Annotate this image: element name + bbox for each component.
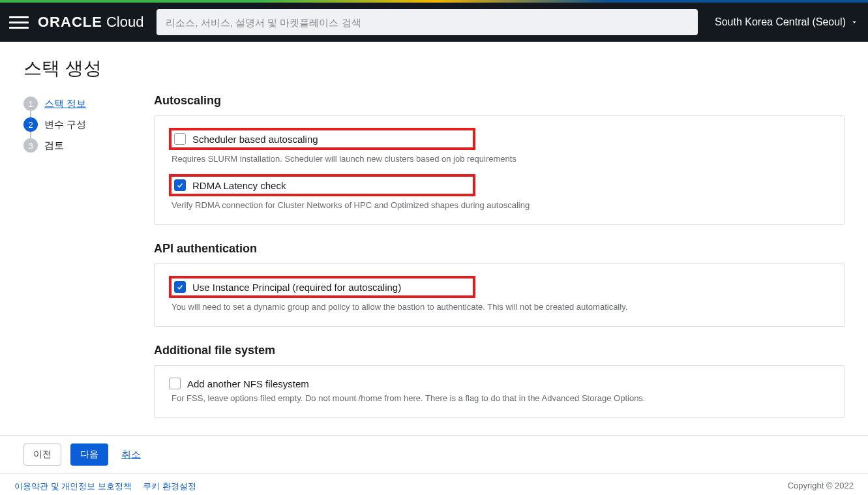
content: Autoscaling Scheduler based autoscaling … xyxy=(154,94,845,435)
section-title-additional-fs: Additional file system xyxy=(154,344,845,357)
check-icon xyxy=(176,283,184,291)
option-add-nfs: Add another NFS filesystem For FSS, leav… xyxy=(169,378,830,403)
logo-oracle: ORACLE xyxy=(38,14,102,31)
search-input[interactable] xyxy=(157,9,698,35)
footer-links: 이용약관 및 개인정보 보호정책 쿠키 환경설정 xyxy=(14,481,205,492)
step-connector xyxy=(30,132,31,138)
previous-button[interactable]: 이전 xyxy=(23,443,61,466)
hamburger-menu-icon[interactable] xyxy=(9,12,29,32)
highlight-box: Use Instance Principal (required for aut… xyxy=(169,276,475,298)
step-label: 변수 구성 xyxy=(44,119,86,131)
panel-additional-fs: Add another NFS filesystem For FSS, leav… xyxy=(154,365,845,418)
checkbox-instance-principal[interactable] xyxy=(174,281,186,293)
wizard-buttons: 이전 다음 취소 xyxy=(0,435,868,473)
cookies-link[interactable]: 쿠키 환경설정 xyxy=(143,481,196,491)
step-number: 2 xyxy=(23,117,38,132)
option-label: RDMA Latency check xyxy=(192,180,286,191)
wizard-steps: 1 스택 정보 2 변수 구성 3 검토 xyxy=(23,94,128,435)
step-stack-info[interactable]: 1 스택 정보 xyxy=(23,97,128,111)
option-rdma-latency: RDMA Latency check Verify RDMA connectio… xyxy=(169,174,830,210)
step-label: 스택 정보 xyxy=(44,98,86,110)
section-title-autoscaling: Autoscaling xyxy=(154,94,845,108)
next-button[interactable]: 다음 xyxy=(70,443,108,466)
logo-cloud: Cloud xyxy=(106,14,143,31)
chevron-down-icon xyxy=(850,18,859,27)
option-description: You will need to set a dynamic group and… xyxy=(172,302,830,312)
main-area: 1 스택 정보 2 변수 구성 3 검토 Autoscaling Schedul… xyxy=(0,94,868,435)
step-label: 검토 xyxy=(44,140,64,152)
checkbox-add-nfs[interactable] xyxy=(169,378,181,389)
terms-link[interactable]: 이용약관 및 개인정보 보호정책 xyxy=(14,481,132,491)
step-review: 3 검토 xyxy=(23,138,128,153)
region-selector[interactable]: South Korea Central (Seoul) xyxy=(715,16,859,28)
step-number: 1 xyxy=(23,97,38,111)
panel-api-auth: Use Instance Principal (required for aut… xyxy=(154,263,845,327)
section-title-api-auth: API authentication xyxy=(154,242,845,256)
panel-autoscaling: Scheduler based autoscaling Requires SLU… xyxy=(154,115,845,225)
step-configure-variables: 2 변수 구성 xyxy=(23,117,128,132)
search-container xyxy=(157,9,698,35)
option-description: Requires SLURM installation. Scheduler w… xyxy=(172,154,830,164)
region-label: South Korea Central (Seoul) xyxy=(715,16,846,28)
option-label: Scheduler based autoscaling xyxy=(192,134,318,145)
highlight-box: RDMA Latency check xyxy=(169,174,475,196)
copyright-text: Copyright © 2022 xyxy=(788,481,854,492)
option-label: Add another NFS filesystem xyxy=(187,378,309,389)
checkbox-rdma-latency[interactable] xyxy=(174,179,186,191)
option-instance-principal: Use Instance Principal (required for aut… xyxy=(169,276,830,312)
option-scheduler-autoscaling: Scheduler based autoscaling Requires SLU… xyxy=(169,128,830,164)
option-description: Verify RDMA connection for Cluster Netwo… xyxy=(172,200,830,210)
footer: 이용약관 및 개인정보 보호정책 쿠키 환경설정 Copyright © 202… xyxy=(0,473,868,495)
check-icon xyxy=(176,181,184,189)
step-connector xyxy=(30,111,31,117)
header: ORACLE Cloud South Korea Central (Seoul) xyxy=(0,3,868,42)
step-number: 3 xyxy=(23,138,38,153)
highlight-box: Scheduler based autoscaling xyxy=(169,128,475,150)
oracle-cloud-logo[interactable]: ORACLE Cloud xyxy=(38,14,143,31)
option-description: For FSS, leave options filed empty. Do n… xyxy=(172,393,830,403)
checkbox-scheduler-autoscaling[interactable] xyxy=(174,133,186,145)
option-label: Use Instance Principal (required for aut… xyxy=(192,282,401,293)
page-title: 스택 생성 xyxy=(0,42,868,94)
cancel-link[interactable]: 취소 xyxy=(121,449,141,461)
